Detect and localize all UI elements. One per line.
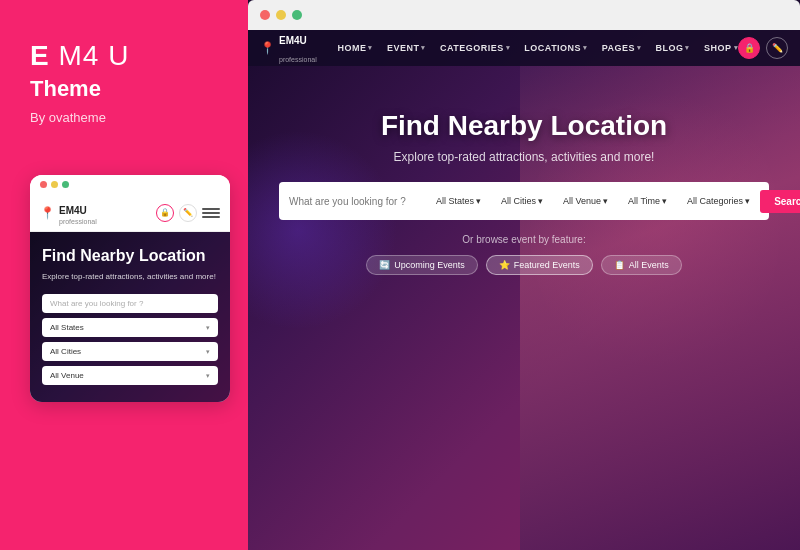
upcoming-icon: 🔄 [379, 260, 390, 270]
star-icon: ⭐ [499, 260, 510, 270]
lock-icon[interactable]: 🔒 [156, 204, 174, 222]
mobile-browser-chrome [30, 175, 230, 194]
search-button[interactable]: Search [760, 190, 800, 213]
mobile-logo: 📍 EM4U professional [40, 200, 97, 225]
mobile-hero: Find Nearby Location Explore top-rated a… [30, 232, 230, 402]
desktop-edit-icon[interactable]: ✏️ [766, 37, 788, 59]
chevron-down-icon: ▾ [206, 372, 210, 380]
right-panel: 📍 EM4U professional HOME ▾ EVENT ▾ CATEG… [248, 0, 800, 550]
tag-featured-events[interactable]: ⭐ Featured Events [486, 255, 593, 275]
desktop-search-bar: All States ▾ All Cities ▾ All Venue ▾ Al… [279, 182, 769, 220]
desktop-logo-text-block: EM4U professional [279, 30, 321, 66]
search-text-input[interactable] [285, 196, 420, 207]
chevron-down-icon: ▾ [506, 44, 511, 52]
filter-cities[interactable]: All Cities ▾ [497, 196, 547, 206]
nav-item-event[interactable]: EVENT ▾ [387, 43, 426, 53]
desktop-logo-text: EM4U [279, 35, 307, 46]
chevron-down-icon: ▾ [745, 196, 750, 206]
tag-all-events[interactable]: 📋 All Events [601, 255, 682, 275]
nav-item-home[interactable]: HOME ▾ [337, 43, 373, 53]
mobile-select-states[interactable]: All States ▾ [42, 318, 218, 337]
brand-subtitle: Theme [30, 76, 101, 102]
browser-dot-green [292, 10, 302, 20]
left-panel: E M4 U Theme By ovatheme 📍 EM4U professi… [0, 0, 248, 550]
desktop-nav-right: 🔒 ✏️ [738, 37, 788, 59]
chevron-down-icon: ▾ [685, 44, 690, 52]
nav-item-shop[interactable]: SHOP ▾ [704, 43, 738, 53]
mobile-mockup: 📍 EM4U professional 🔒 ✏️ Find Near [30, 175, 230, 402]
chevron-down-icon: ▾ [538, 196, 543, 206]
filter-categories[interactable]: All Categories ▾ [683, 196, 754, 206]
dot-green [62, 181, 69, 188]
chevron-down-icon: ▾ [734, 44, 739, 52]
desktop-navbar: 📍 EM4U professional HOME ▾ EVENT ▾ CATEG… [248, 30, 800, 66]
browser-dot-yellow [276, 10, 286, 20]
logo-pin-icon: 📍 [40, 206, 55, 220]
desktop-mockup: 📍 EM4U professional HOME ▾ EVENT ▾ CATEG… [248, 0, 800, 550]
mobile-hero-content: Find Nearby Location Explore top-rated a… [42, 246, 218, 385]
desktop-nav-items: HOME ▾ EVENT ▾ CATEGORIES ▾ LOCATIONS ▾ … [337, 43, 738, 53]
mobile-hero-title: Find Nearby Location [42, 246, 218, 265]
nav-item-pages[interactable]: PAGES ▾ [602, 43, 642, 53]
chevron-down-icon: ▾ [368, 44, 373, 52]
filter-venue[interactable]: All Venue ▾ [559, 196, 612, 206]
mobile-select-venue[interactable]: All Venue ▾ [42, 366, 218, 385]
edit-icon[interactable]: ✏️ [179, 204, 197, 222]
desktop-logo-pin-icon: 📍 [260, 41, 275, 55]
list-icon: 📋 [614, 260, 625, 270]
desktop-logo-sub: professional [279, 56, 317, 63]
mobile-select-cities[interactable]: All Cities ▾ [42, 342, 218, 361]
desktop-hero-title: Find Nearby Location [381, 110, 667, 142]
mobile-search-input[interactable]: What are you looking for ? [42, 294, 218, 313]
nav-item-categories[interactable]: CATEGORIES ▾ [440, 43, 510, 53]
dot-red [40, 181, 47, 188]
chevron-down-icon: ▾ [206, 348, 210, 356]
nav-item-blog[interactable]: BLOG ▾ [655, 43, 690, 53]
dot-yellow [51, 181, 58, 188]
desktop-logo: 📍 EM4U professional [260, 30, 321, 66]
hero-person-silhouette [520, 30, 800, 550]
browse-label: Or browse event by feature: [462, 234, 585, 245]
browser-dot-red [260, 10, 270, 20]
desktop-hero-background [248, 30, 800, 550]
mobile-logo-text: EM4U [59, 205, 87, 216]
chevron-down-icon: ▾ [206, 324, 210, 332]
desktop-browser-chrome [248, 0, 800, 30]
filter-states[interactable]: All States ▾ [432, 196, 485, 206]
mobile-nav-icons: 🔒 ✏️ [156, 204, 220, 222]
chevron-down-icon: ▾ [637, 44, 642, 52]
chevron-down-icon: ▾ [583, 44, 588, 52]
mobile-navbar: 📍 EM4U professional 🔒 ✏️ [30, 194, 230, 232]
brand-by: By ovatheme [30, 110, 106, 125]
mobile-logo-sub: professional [59, 218, 97, 225]
chevron-down-icon: ▾ [421, 44, 426, 52]
filter-time[interactable]: All Time ▾ [624, 196, 671, 206]
desktop-hero-content: Find Nearby Location Explore top-rated a… [248, 110, 800, 275]
brand-title: E M4 U [30, 40, 129, 72]
hamburger-menu-icon[interactable] [202, 204, 220, 222]
mobile-logo-text-block: EM4U professional [59, 200, 97, 225]
mobile-hero-subtitle: Explore top-rated attractions, activitie… [42, 271, 218, 282]
chevron-down-icon: ▾ [662, 196, 667, 206]
desktop-lock-icon[interactable]: 🔒 [738, 37, 760, 59]
desktop-hero-subtitle: Explore top-rated attractions, activitie… [394, 150, 655, 164]
tag-upcoming-events[interactable]: 🔄 Upcoming Events [366, 255, 478, 275]
chevron-down-icon: ▾ [476, 196, 481, 206]
browse-tags: 🔄 Upcoming Events ⭐ Featured Events 📋 Al… [366, 255, 682, 275]
chevron-down-icon: ▾ [603, 196, 608, 206]
nav-item-locations[interactable]: LOCATIONS ▾ [524, 43, 587, 53]
